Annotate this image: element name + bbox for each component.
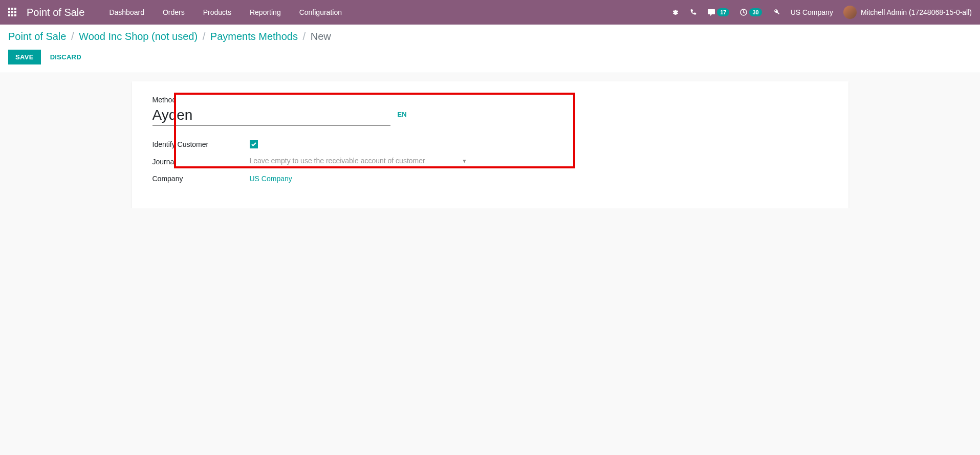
nav-configuration[interactable]: Configuration [290,8,351,16]
discard-button[interactable]: DISCARD [48,50,83,64]
company-switcher[interactable]: US Company [791,8,833,16]
identify-customer-label: Identify Customer [153,140,250,148]
method-row: EN [153,106,828,126]
activities-icon[interactable]: 30 [739,8,761,16]
user-name: Mitchell Admin (17248068-15-0-all) [861,8,972,16]
method-input[interactable] [153,106,390,126]
breadcrumb-sep: / [71,31,74,42]
nav-right: 17 30 US Company Mitchell Admin (1724806… [671,6,972,19]
breadcrumb-root[interactable]: Point of Sale [8,31,66,42]
breadcrumb: Point of Sale / Wood Inc Shop (not used)… [8,31,972,42]
tools-icon[interactable] [772,8,780,16]
breadcrumb-current: New [311,31,331,42]
conversations-badge: 17 [717,8,729,16]
nav-reporting[interactable]: Reporting [241,8,290,16]
activities-badge: 30 [749,8,761,16]
language-badge[interactable]: EN [398,111,407,118]
company-label: Company [153,175,250,183]
user-avatar [843,6,857,19]
form-fields: Identify Customer Journal Leave empty to… [153,140,541,183]
control-panel: Point of Sale / Wood Inc Shop (not used)… [0,25,980,73]
breadcrumb-shop[interactable]: Wood Inc Shop (not used) [79,31,198,42]
save-button[interactable]: SAVE [8,50,41,64]
user-menu[interactable]: Mitchell Admin (17248068-15-0-all) [843,6,972,19]
bug-icon[interactable] [671,8,680,16]
chevron-down-icon: ▼ [462,158,467,164]
nav-orders[interactable]: Orders [154,8,194,16]
journal-select[interactable]: Leave empty to use the receivable accoun… [250,156,467,167]
app-brand[interactable]: Point of Sale [27,7,84,18]
nav-products[interactable]: Products [194,8,241,16]
breadcrumb-sep: / [203,31,206,42]
phone-icon[interactable] [690,9,697,16]
breadcrumb-methods[interactable]: Payments Methods [210,31,298,42]
action-buttons: SAVE DISCARD [8,50,972,64]
form-container: Method EN Identify Customer Journal Leav… [0,73,980,208]
identify-customer-checkbox[interactable] [250,140,258,148]
company-value[interactable]: US Company [250,175,292,183]
journal-label: Journal [153,158,250,166]
nav-dashboard[interactable]: Dashboard [100,8,154,16]
nav-menu: Dashboard Orders Products Reporting Conf… [100,8,351,16]
journal-placeholder: Leave empty to use the receivable accoun… [250,157,462,165]
method-label: Method [153,96,828,104]
apps-icon[interactable] [8,8,17,17]
main-navbar: Point of Sale Dashboard Orders Products … [0,0,980,25]
form-sheet: Method EN Identify Customer Journal Leav… [132,81,848,208]
breadcrumb-sep: / [303,31,306,42]
conversations-icon[interactable]: 17 [707,8,729,16]
